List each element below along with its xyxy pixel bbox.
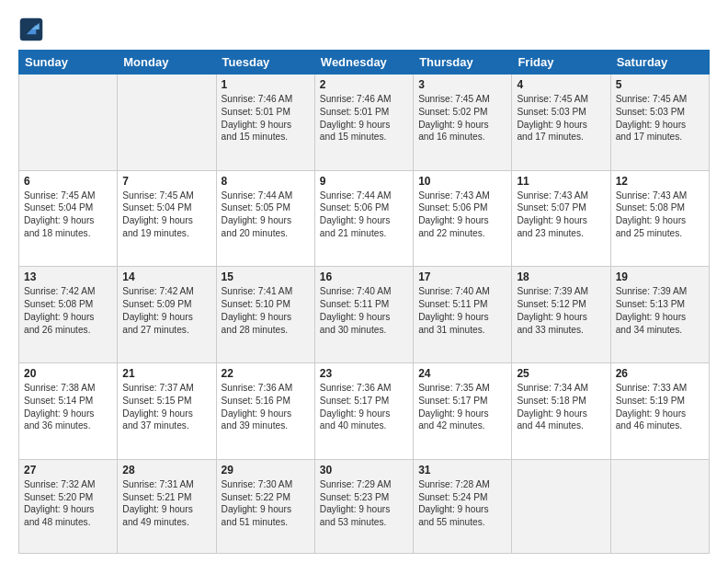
calendar-cell: 26Sunrise: 7:33 AM Sunset: 5:19 PM Dayli… xyxy=(610,363,709,460)
cell-content: Sunrise: 7:38 AM Sunset: 5:14 PM Dayligh… xyxy=(24,382,112,432)
calendar-week-row-5: 27Sunrise: 7:32 AM Sunset: 5:20 PM Dayli… xyxy=(19,459,710,553)
calendar-cell: 25Sunrise: 7:34 AM Sunset: 5:18 PM Dayli… xyxy=(512,363,610,460)
cell-content: Sunrise: 7:43 AM Sunset: 5:06 PM Dayligh… xyxy=(418,190,506,240)
calendar-cell: 17Sunrise: 7:40 AM Sunset: 5:11 PM Dayli… xyxy=(414,267,512,363)
day-number: 28 xyxy=(122,464,210,477)
cell-content: Sunrise: 7:36 AM Sunset: 5:17 PM Dayligh… xyxy=(320,382,408,432)
day-number: 10 xyxy=(418,175,506,188)
day-number: 8 xyxy=(222,175,310,188)
day-number: 19 xyxy=(616,270,704,283)
day-number: 27 xyxy=(24,464,112,477)
day-number: 29 xyxy=(222,464,310,477)
day-number: 26 xyxy=(616,367,704,380)
calendar-cell: 31Sunrise: 7:28 AM Sunset: 5:24 PM Dayli… xyxy=(414,459,512,553)
cell-content: Sunrise: 7:35 AM Sunset: 5:17 PM Dayligh… xyxy=(418,382,506,432)
cell-content: Sunrise: 7:39 AM Sunset: 5:12 PM Dayligh… xyxy=(517,285,605,336)
cell-content: Sunrise: 7:32 AM Sunset: 5:20 PM Dayligh… xyxy=(24,478,112,529)
cell-content: Sunrise: 7:39 AM Sunset: 5:13 PM Dayligh… xyxy=(616,285,704,336)
calendar-cell: 4Sunrise: 7:45 AM Sunset: 5:03 PM Daylig… xyxy=(512,75,610,171)
day-number: 21 xyxy=(122,367,210,380)
day-number: 6 xyxy=(24,175,112,188)
cell-content: Sunrise: 7:43 AM Sunset: 5:08 PM Dayligh… xyxy=(616,190,704,240)
day-number: 14 xyxy=(122,270,210,283)
calendar-cell: 12Sunrise: 7:43 AM Sunset: 5:08 PM Dayli… xyxy=(610,170,709,267)
cell-content: Sunrise: 7:40 AM Sunset: 5:11 PM Dayligh… xyxy=(320,285,408,336)
cell-content: Sunrise: 7:42 AM Sunset: 5:08 PM Dayligh… xyxy=(24,285,112,336)
calendar-cell: 13Sunrise: 7:42 AM Sunset: 5:08 PM Dayli… xyxy=(19,267,118,363)
cell-content: Sunrise: 7:31 AM Sunset: 5:21 PM Dayligh… xyxy=(122,478,210,529)
cell-content: Sunrise: 7:29 AM Sunset: 5:23 PM Dayligh… xyxy=(320,478,408,529)
cell-content: Sunrise: 7:41 AM Sunset: 5:10 PM Dayligh… xyxy=(222,285,310,336)
calendar-cell: 19Sunrise: 7:39 AM Sunset: 5:13 PM Dayli… xyxy=(610,267,709,363)
cell-content: Sunrise: 7:28 AM Sunset: 5:24 PM Dayligh… xyxy=(418,478,506,529)
calendar-cell: 18Sunrise: 7:39 AM Sunset: 5:12 PM Dayli… xyxy=(512,267,610,363)
day-number: 17 xyxy=(418,270,506,283)
calendar-cell: 2Sunrise: 7:46 AM Sunset: 5:01 PM Daylig… xyxy=(314,75,413,171)
header xyxy=(18,17,710,42)
day-number: 2 xyxy=(320,78,408,91)
calendar-cell: 28Sunrise: 7:31 AM Sunset: 5:21 PM Dayli… xyxy=(118,459,216,553)
day-number: 22 xyxy=(222,367,310,380)
calendar-cell: 21Sunrise: 7:37 AM Sunset: 5:15 PM Dayli… xyxy=(118,363,216,460)
cell-content: Sunrise: 7:42 AM Sunset: 5:09 PM Dayligh… xyxy=(122,285,210,336)
calendar-cell: 1Sunrise: 7:46 AM Sunset: 5:01 PM Daylig… xyxy=(216,75,314,171)
day-number: 31 xyxy=(418,464,506,477)
calendar-cell: 23Sunrise: 7:36 AM Sunset: 5:17 PM Dayli… xyxy=(314,363,413,460)
calendar-cell: 24Sunrise: 7:35 AM Sunset: 5:17 PM Dayli… xyxy=(414,363,512,460)
calendar-cell: 3Sunrise: 7:45 AM Sunset: 5:02 PM Daylig… xyxy=(414,75,512,171)
calendar-header-saturday: Saturday xyxy=(610,51,709,75)
logo xyxy=(18,17,48,42)
cell-content: Sunrise: 7:36 AM Sunset: 5:16 PM Dayligh… xyxy=(222,382,310,432)
cell-content: Sunrise: 7:37 AM Sunset: 5:15 PM Dayligh… xyxy=(122,382,210,432)
calendar-week-row-3: 13Sunrise: 7:42 AM Sunset: 5:08 PM Dayli… xyxy=(19,267,710,363)
day-number: 18 xyxy=(517,270,605,283)
calendar-cell: 14Sunrise: 7:42 AM Sunset: 5:09 PM Dayli… xyxy=(118,267,216,363)
day-number: 1 xyxy=(222,78,310,91)
calendar-cell: 27Sunrise: 7:32 AM Sunset: 5:20 PM Dayli… xyxy=(19,459,118,553)
calendar-cell: 9Sunrise: 7:44 AM Sunset: 5:06 PM Daylig… xyxy=(314,170,413,267)
calendar-header-thursday: Thursday xyxy=(414,51,512,75)
calendar-cell xyxy=(19,75,118,171)
calendar-cell: 5Sunrise: 7:45 AM Sunset: 5:03 PM Daylig… xyxy=(610,75,709,171)
calendar-cell: 16Sunrise: 7:40 AM Sunset: 5:11 PM Dayli… xyxy=(314,267,413,363)
day-number: 15 xyxy=(222,270,310,283)
calendar-header-monday: Monday xyxy=(118,51,216,75)
calendar-week-row-4: 20Sunrise: 7:38 AM Sunset: 5:14 PM Dayli… xyxy=(19,363,710,460)
calendar-table: SundayMondayTuesdayWednesdayThursdayFrid… xyxy=(18,50,710,554)
day-number: 5 xyxy=(616,78,704,91)
day-number: 4 xyxy=(517,78,605,91)
calendar-cell: 20Sunrise: 7:38 AM Sunset: 5:14 PM Dayli… xyxy=(19,363,118,460)
day-number: 3 xyxy=(418,78,506,91)
calendar-cell: 8Sunrise: 7:44 AM Sunset: 5:05 PM Daylig… xyxy=(216,170,314,267)
day-number: 23 xyxy=(320,367,408,380)
calendar-cell: 30Sunrise: 7:29 AM Sunset: 5:23 PM Dayli… xyxy=(314,459,413,553)
day-number: 7 xyxy=(122,175,210,188)
calendar-cell xyxy=(512,459,610,553)
calendar-header-sunday: Sunday xyxy=(19,51,118,75)
cell-content: Sunrise: 7:45 AM Sunset: 5:04 PM Dayligh… xyxy=(24,190,112,240)
day-number: 25 xyxy=(517,367,605,380)
calendar-header-friday: Friday xyxy=(512,51,610,75)
calendar-header-row: SundayMondayTuesdayWednesdayThursdayFrid… xyxy=(19,51,710,75)
day-number: 11 xyxy=(517,175,605,188)
day-number: 16 xyxy=(320,270,408,283)
cell-content: Sunrise: 7:45 AM Sunset: 5:03 PM Dayligh… xyxy=(517,93,605,144)
logo-icon xyxy=(18,17,44,42)
cell-content: Sunrise: 7:44 AM Sunset: 5:05 PM Dayligh… xyxy=(222,190,310,240)
cell-content: Sunrise: 7:45 AM Sunset: 5:02 PM Dayligh… xyxy=(418,93,506,144)
calendar-cell: 11Sunrise: 7:43 AM Sunset: 5:07 PM Dayli… xyxy=(512,170,610,267)
cell-content: Sunrise: 7:46 AM Sunset: 5:01 PM Dayligh… xyxy=(320,93,408,144)
day-number: 13 xyxy=(24,270,112,283)
calendar-header-tuesday: Tuesday xyxy=(216,51,314,75)
day-number: 30 xyxy=(320,464,408,477)
calendar-cell: 6Sunrise: 7:45 AM Sunset: 5:04 PM Daylig… xyxy=(19,170,118,267)
cell-content: Sunrise: 7:33 AM Sunset: 5:19 PM Dayligh… xyxy=(616,382,704,432)
day-number: 20 xyxy=(24,367,112,380)
cell-content: Sunrise: 7:34 AM Sunset: 5:18 PM Dayligh… xyxy=(517,382,605,432)
cell-content: Sunrise: 7:43 AM Sunset: 5:07 PM Dayligh… xyxy=(517,190,605,240)
day-number: 12 xyxy=(616,175,704,188)
calendar-cell: 22Sunrise: 7:36 AM Sunset: 5:16 PM Dayli… xyxy=(216,363,314,460)
cell-content: Sunrise: 7:45 AM Sunset: 5:03 PM Dayligh… xyxy=(616,93,704,144)
cell-content: Sunrise: 7:46 AM Sunset: 5:01 PM Dayligh… xyxy=(222,93,310,144)
calendar-cell xyxy=(610,459,709,553)
